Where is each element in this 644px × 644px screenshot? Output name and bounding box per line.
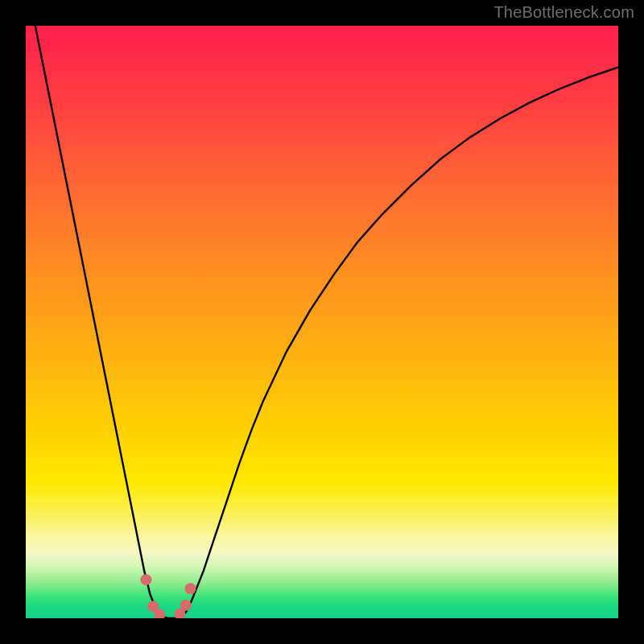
bottleneck-curve: [26, 26, 618, 618]
marker-group: [140, 574, 196, 618]
chart-frame: TheBottleneck.com: [0, 0, 644, 644]
curve-marker: [185, 583, 196, 594]
curve-layer: [26, 26, 618, 618]
watermark-text: TheBottleneck.com: [493, 3, 634, 22]
curve-marker: [180, 600, 192, 611]
plot-area: [26, 26, 618, 618]
curve-marker: [140, 574, 151, 585]
